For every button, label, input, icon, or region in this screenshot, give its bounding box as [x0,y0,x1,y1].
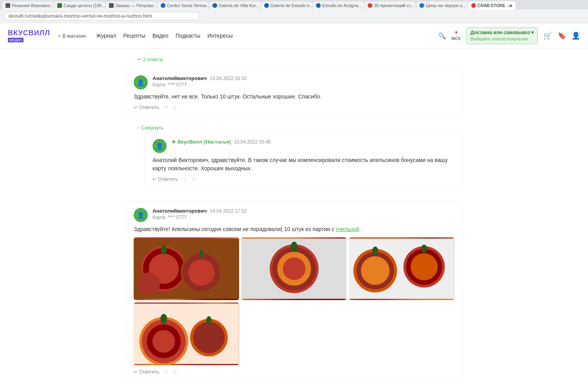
comment-header-2: 👤 ★ ВкусВилл (Настасья) 15.04.2022 20:46 [152,139,454,153]
bookmark-icon[interactable]: 🔖 [557,31,566,40]
comment-author-1: Анатолийвикторович [152,75,207,81]
star-icon: ★ [171,139,178,145]
svg-point-30 [160,314,167,324]
browser-address-bar: vkusvill.ru/media/journal/a-mozhno-vernu… [0,9,588,23]
location-label: МСК [452,36,461,41]
avatar-icon-main: 👤 [137,211,145,219]
dislike-button-main[interactable]: ♡ [173,369,177,375]
comment-text-2: Анатолий Викторович, здравствуйте. В так… [152,156,454,173]
empty-grid-slot-1 [241,302,347,365]
svg-point-23 [411,253,438,280]
reply-icon: ↩ [134,105,138,110]
svg-point-24 [421,245,427,253]
comment-images-top [134,237,454,300]
comment-actions-main: ↩ Ответить ♡ ♡ [134,369,454,375]
reply-button-main[interactable]: ↩ Ответить [134,369,159,375]
like-button-main[interactable]: ♡ [164,369,168,375]
reply-button-2[interactable]: ↩ Ответить [152,177,178,182]
tab-favicon-5 [264,3,269,8]
location-icon: 📍 [454,31,459,36]
avatar-icon-2: 👤 [156,142,163,150]
chevron-down-icon: ▾ [531,29,534,36]
tab-3[interactable]: Centro Santa Teresa... [158,2,209,9]
tab-favicon-1 [57,3,62,8]
reply-icon-main: ↩ [134,369,138,375]
nav-interests[interactable]: Интересы [207,33,232,39]
tab-8[interactable]: Цены на чёрную о... [416,2,467,9]
header-right: 🔍 📍 МСК Доставка или самовывоз ▾ Выберит… [438,27,580,44]
dislike-button-1[interactable]: ♡ [173,105,177,110]
comment-card-1: Карта: **** 0777 [152,82,454,87]
svg-point-32 [193,322,225,353]
logo-badge: МЕДИА [8,38,24,42]
tab-0[interactable]: Решение Верховно... [2,2,53,9]
cart-icon[interactable]: 🛒 [543,31,552,40]
comment-image-1[interactable] [134,237,239,300]
reply-count-link[interactable]: ↩ 2 ответа [125,53,463,69]
svg-point-4 [161,246,167,255]
svg-point-8 [199,250,204,257]
search-icon[interactable]: 🔍 [438,32,446,40]
browser-tabs: Решение Верховно... Саади цитаты (106...… [0,0,588,9]
svg-point-15 [290,242,297,252]
tab-favicon-6 [316,3,321,8]
comment-block-main: 👤 Анатолийвикторович 14.04.2022 17:52 Ка… [125,201,463,381]
comment-image-4[interactable] [134,302,239,365]
tab-9[interactable]: CRAB:STORE - м [468,2,515,9]
location-button[interactable]: 📍 МСК [452,31,461,41]
tab-1[interactable]: Саади цитаты (106... [54,2,105,9]
tab-7[interactable]: 35 презентаций ст... [365,2,416,9]
logo[interactable]: ВКУСВИЛЛ МЕДИА [8,29,50,42]
dislike-button-2[interactable]: ♡ [192,177,196,182]
comment-author-main: Анатолийвикторович [152,208,207,214]
tab-favicon-7 [368,3,372,8]
delivery-title: Доставка или самовывоз ▾ [470,29,534,36]
url-input[interactable]: vkusvill.ru/media/journal/a-mozhno-vernu… [4,12,200,20]
nav-podcasts[interactable]: Подкасты [176,33,200,39]
tab-5[interactable]: Galeria de Estudio e... [261,2,312,9]
comment-author-2: ★ ВкусВилл (Настасья) [171,139,231,145]
comment-meta-main: Анатолийвикторович 14.04.2022 17:52 Карт… [152,208,454,220]
svg-point-9 [138,273,160,295]
back-to-store-link[interactable]: < В магазин [58,33,86,39]
svg-point-20 [372,247,378,256]
comment-actions-2: ↩ Ответить ♡ ♡ [152,177,454,182]
svg-point-19 [361,257,390,285]
nav-recipes[interactable]: Рецепты [123,33,145,39]
tab-6[interactable]: Estudio en Arzigna... [313,2,364,9]
comment-card-main: Карта: **** 0777 [152,215,454,220]
svg-point-14 [283,257,305,280]
main-content: ↩ 2 ответа 👤 Анатолийвикторович 15.04.20… [118,49,470,386]
comment-image-2[interactable] [241,237,347,300]
nav-journal[interactable]: Журнал [96,33,116,39]
delivery-button[interactable]: Доставка или самовывоз ▾ Выберите способ… [466,27,538,44]
main-nav: Журнал Рецепты Видео Подкасты Интересы [96,33,232,39]
svg-point-33 [206,316,211,324]
comment-header-1: 👤 Анатолийвикторович 15.04.2022 16:33 Ка… [134,75,454,89]
avatar-2: 👤 [152,139,167,153]
comment-text-1: Здравствуйте, нет не все. Только 10 штук… [134,93,454,101]
nav-video[interactable]: Видео [152,33,169,39]
delivery-subtitle: Выберите способ получения [470,36,534,42]
rot-link[interactable]: гнильцой [336,226,359,232]
comment-author-row-1: Анатолийвикторович 15.04.2022 16:33 [152,75,454,81]
comment-date-main: 14.04.2022 17:52 [210,208,247,214]
tab-favicon-2 [109,3,114,8]
reply-button-1[interactable]: ↩ Ответить [134,105,159,110]
comment-header-main: 👤 Анатолийвикторович 14.04.2022 17:52 Ка… [134,208,454,222]
profile-icon[interactable]: 👤 [572,31,580,40]
comment-author-row-main: Анатолийвикторович 14.04.2022 17:52 [152,208,454,214]
reply-icon-2: ↩ [152,177,156,182]
like-button-2[interactable]: ♡ [183,177,187,182]
avatar-icon: 👤 [137,79,145,86]
collapse-button-1[interactable]: ↑ Свернуть [125,122,463,132]
comment-image-3[interactable] [349,237,454,300]
comment-meta-1: Анатолийвикторович 15.04.2022 16:33 Карт… [152,75,454,87]
tab-2[interactable]: Заказы — Петрови... [106,2,157,9]
like-button-1[interactable]: ♡ [164,105,168,110]
comment-text-main: Здравствуйте! Апельсины сегодня совсем н… [134,225,454,233]
tab-4[interactable]: Galeria de Villa Kor... [209,2,260,9]
comment-meta-2: ★ ВкусВилл (Настасья) 15.04.2022 20:46 [171,139,454,145]
tab-favicon-8 [419,3,424,8]
comment-images-bottom [134,302,454,365]
